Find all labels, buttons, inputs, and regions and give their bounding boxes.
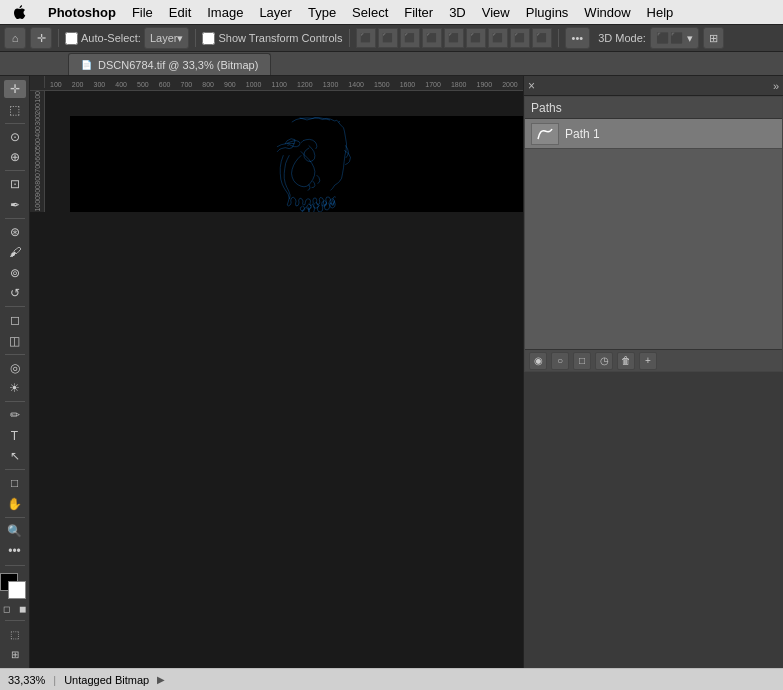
align-buttons-group: ⬛ ⬛ ⬛ ⬛ ⬛ ⬛ ⬛ ⬛ ⬛ <box>356 28 552 48</box>
canvas-content[interactable] <box>60 106 523 212</box>
tools-sep-4 <box>5 306 25 307</box>
panel-close-x[interactable]: × <box>528 79 535 93</box>
tools-sep-10 <box>5 620 25 621</box>
toolbar-separator-1 <box>58 29 59 47</box>
zoom-level: 33,33% <box>8 674 45 686</box>
toolbar-separator-2 <box>195 29 196 47</box>
apple-menu[interactable] <box>0 5 40 19</box>
distrib-left-btn[interactable]: ⬛ <box>488 28 508 48</box>
spot-heal-tool[interactable]: ⊛ <box>4 223 26 241</box>
menu-3d[interactable]: 3D <box>441 0 474 24</box>
app-name[interactable]: Photoshop <box>40 0 124 24</box>
raven-drawing <box>70 116 523 212</box>
menu-view[interactable]: View <box>474 0 518 24</box>
tools-sep-3 <box>5 218 25 219</box>
pen-tool[interactable]: ✏ <box>4 406 26 424</box>
quick-mask-on[interactable]: ◼ <box>16 602 30 616</box>
status-arrow[interactable]: ▶ <box>157 674 165 685</box>
toolbar-separator-4 <box>558 29 559 47</box>
menu-edit[interactable]: Edit <box>161 0 199 24</box>
distrib-right-btn[interactable]: ⬛ <box>532 28 552 48</box>
menu-select[interactable]: Select <box>344 0 396 24</box>
menu-image[interactable]: Image <box>199 0 251 24</box>
tools-sep-5 <box>5 354 25 355</box>
path-name: Path 1 <box>565 127 600 141</box>
path-thumbnail <box>531 123 559 145</box>
blur-tool[interactable]: ◎ <box>4 359 26 377</box>
distrib-center-h-btn[interactable]: ⬛ <box>510 28 530 48</box>
eraser-tool[interactable]: ◻ <box>4 311 26 329</box>
tools-panel: ✛ ⬚ ⊙ ⊕ ⊡ ✒ ⊛ 🖌 ⊚ ↺ ◻ ◫ ◎ ☀ ✏ T ↖ □ ✋ 🔍 … <box>0 76 30 668</box>
menu-file[interactable]: File <box>124 0 161 24</box>
align-right-btn[interactable]: ⬛ <box>400 28 420 48</box>
menu-help[interactable]: Help <box>639 0 682 24</box>
quick-mask-off[interactable]: ◻ <box>0 602 14 616</box>
text-tool[interactable]: T <box>4 427 26 445</box>
quick-select-tool[interactable]: ⊕ <box>4 148 26 166</box>
home-button[interactable]: ⌂ <box>4 27 26 49</box>
path-delete-btn[interactable]: 🗑 <box>617 352 635 370</box>
path-mask-btn[interactable]: □ <box>573 352 591 370</box>
align-top-btn[interactable]: ⬛ <box>422 28 442 48</box>
path-fill-btn[interactable]: ◉ <box>529 352 547 370</box>
lasso-tool[interactable]: ⊙ <box>4 128 26 146</box>
threed-mode-dropdown[interactable]: ⬛⬛ ▾ <box>650 27 699 49</box>
background-color[interactable] <box>8 581 26 599</box>
paths-panel-footer: ◉ ○ □ ◷ 🗑 + <box>525 349 782 371</box>
align-left-btn[interactable]: ⬛ <box>356 28 376 48</box>
transform-checkbox[interactable] <box>202 32 215 45</box>
color-swatches[interactable] <box>0 573 30 598</box>
extra-tool-2[interactable]: ⊞ <box>4 646 26 664</box>
tools-sep-7 <box>5 469 25 470</box>
history-brush-tool[interactable]: ↺ <box>4 284 26 302</box>
paths-panel: Paths Path 1 ◉ ○ □ <box>524 96 783 372</box>
menu-plugins[interactable]: Plugins <box>518 0 577 24</box>
path-new-btn[interactable]: + <box>639 352 657 370</box>
path-stroke-btn[interactable]: ○ <box>551 352 569 370</box>
auto-select-group: Auto-Select: Layer ▾ <box>65 27 189 49</box>
move-tool-button[interactable]: ✛ <box>30 27 52 49</box>
more-options-button[interactable]: ••• <box>565 27 591 49</box>
menu-window[interactable]: Window <box>576 0 638 24</box>
shape-tool[interactable]: □ <box>4 474 26 492</box>
selection-tool[interactable]: ⬚ <box>4 100 26 118</box>
document-tab[interactable]: 📄 DSCN6784.tif @ 33,3% (Bitmap) <box>68 53 271 75</box>
path-select-tool[interactable]: ↖ <box>4 447 26 465</box>
menu-type[interactable]: Type <box>300 0 344 24</box>
auto-select-checkbox[interactable] <box>65 32 78 45</box>
paths-panel-title: Paths <box>531 101 562 115</box>
tab-title: DSCN6784.tif @ 33,3% (Bitmap) <box>98 59 258 71</box>
toolbar: ⌂ ✛ Auto-Select: Layer ▾ Show Transform … <box>0 24 783 52</box>
brush-tool[interactable]: 🖌 <box>4 243 26 261</box>
align-center-v-btn[interactable]: ⬛ <box>444 28 464 48</box>
status-bar: 33,33% | Untagged Bitmap ▶ <box>0 668 783 690</box>
menu-layer[interactable]: Layer <box>251 0 300 24</box>
view-toggle-btn[interactable]: ⊞ <box>703 27 724 49</box>
align-center-h-btn[interactable]: ⬛ <box>378 28 398 48</box>
eyedropper-tool[interactable]: ✒ <box>4 196 26 214</box>
transform-group: Show Transform Controls <box>202 32 342 45</box>
panel-collapse-btn[interactable]: » <box>773 80 779 92</box>
paths-panel-header: Paths <box>525 97 782 119</box>
move-tool[interactable]: ✛ <box>4 80 26 98</box>
main-area: ✛ ⬚ ⊙ ⊕ ⊡ ✒ ⊛ 🖌 ⊚ ↺ ◻ ◫ ◎ ☀ ✏ T ↖ □ ✋ 🔍 … <box>0 76 783 668</box>
auto-select-label: Auto-Select: <box>81 32 141 44</box>
threed-mode-label: 3D Mode: <box>598 32 646 44</box>
extra-tool[interactable]: ••• <box>4 542 26 560</box>
artboard-tool[interactable]: ⬚ <box>4 625 26 643</box>
hand-tool[interactable]: ✋ <box>4 495 26 513</box>
path-shape-btn[interactable]: ◷ <box>595 352 613 370</box>
clone-tool[interactable]: ⊚ <box>4 263 26 281</box>
tab-file-icon: 📄 <box>81 60 92 70</box>
dodge-tool[interactable]: ☀ <box>4 379 26 397</box>
tab-bar: 📄 DSCN6784.tif @ 33,3% (Bitmap) <box>0 52 783 76</box>
gradient-tool[interactable]: ◫ <box>4 331 26 349</box>
align-bottom-btn[interactable]: ⬛ <box>466 28 486 48</box>
layer-dropdown[interactable]: Layer ▾ <box>144 27 190 49</box>
crop-tool[interactable]: ⊡ <box>4 175 26 193</box>
menu-bar: Photoshop File Edit Image Layer Type Sel… <box>0 0 783 24</box>
path-row[interactable]: Path 1 <box>525 119 782 149</box>
zoom-tool[interactable]: 🔍 <box>4 522 26 540</box>
toolbar-separator-3 <box>349 29 350 47</box>
menu-filter[interactable]: Filter <box>396 0 441 24</box>
